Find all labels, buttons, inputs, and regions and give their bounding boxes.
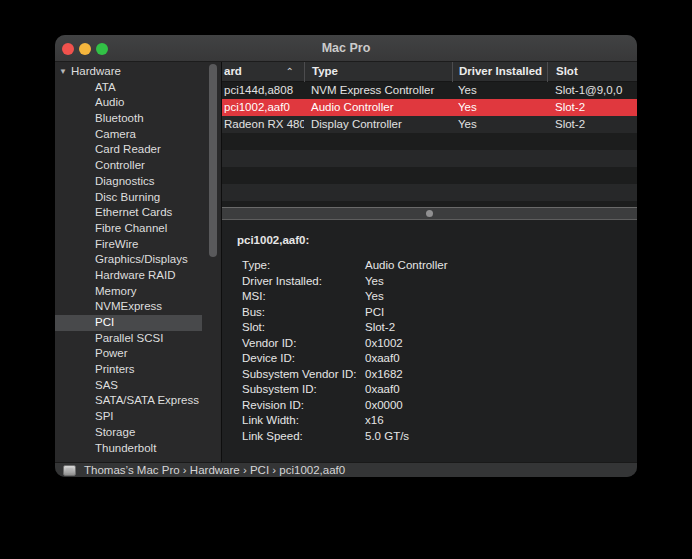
property-value: 0x1002 <box>365 336 629 352</box>
table-row[interactable]: Radeon RX 480 Display Controller Yes Slo… <box>222 116 637 133</box>
property-value: Audio Controller <box>365 258 629 274</box>
sidebar-item-parallel-scsi[interactable]: Parallel SCSI <box>55 331 221 347</box>
sidebar-item-diagnostics[interactable]: Diagnostics <box>55 174 221 190</box>
desktop-background: Mac Pro ▼ Hardware ATA Audio Bluetooth C… <box>0 0 692 559</box>
cell-card: pci144d,a808 <box>222 82 304 99</box>
detail-property-row: MSI: Yes <box>242 289 629 305</box>
sidebar-item-pci[interactable]: PCI <box>55 315 202 331</box>
title-bar[interactable]: Mac Pro <box>55 35 637 62</box>
cell-type: Display Controller <box>304 116 452 133</box>
property-label: Type: <box>242 258 365 274</box>
window-title: Mac Pro <box>55 35 637 62</box>
detail-property-row: Device ID: 0xaaf0 <box>242 351 629 367</box>
sidebar-item-sas[interactable]: SAS <box>55 378 221 394</box>
detail-properties: Type: Audio Controller Driver Installed:… <box>242 258 629 444</box>
column-header-slot[interactable]: Slot <box>547 62 637 82</box>
system-information-window: Mac Pro ▼ Hardware ATA Audio Bluetooth C… <box>55 35 637 477</box>
property-value: Slot-2 <box>365 320 629 336</box>
sidebar-item-bluetooth[interactable]: Bluetooth <box>55 111 221 127</box>
property-label: Link Speed: <box>242 429 365 445</box>
property-label: Vendor ID: <box>242 336 365 352</box>
cell-driver-installed: Yes <box>452 99 547 116</box>
column-header-driver-installed[interactable]: Driver Installed <box>452 62 547 82</box>
property-label: Device ID: <box>242 351 365 367</box>
detail-property-row: Bus: PCI <box>242 305 629 321</box>
property-value: 0x1682 <box>365 367 629 383</box>
column-header-card-label: ard <box>224 65 242 77</box>
mac-pro-icon <box>63 465 76 476</box>
sidebar-item-memory[interactable]: Memory <box>55 284 221 300</box>
sidebar-item-ethernet-cards[interactable]: Ethernet Cards <box>55 205 221 221</box>
detail-property-row: Slot: Slot-2 <box>242 320 629 336</box>
sidebar-item-graphics-displays[interactable]: Graphics/Displays <box>55 252 221 268</box>
detail-title: pci1002,aaf0: <box>237 234 309 246</box>
cell-card: pci1002,aaf0 <box>222 99 304 116</box>
detail-property-row: Subsystem Vendor ID: 0x1682 <box>242 367 629 383</box>
detail-property-row: Subsystem ID: 0xaaf0 <box>242 382 629 398</box>
property-label: Revision ID: <box>242 398 365 414</box>
cell-driver-installed: Yes <box>452 82 547 99</box>
sidebar-item-storage[interactable]: Storage <box>55 425 221 441</box>
property-label: Driver Installed: <box>242 274 365 290</box>
sidebar-item-audio[interactable]: Audio <box>55 95 221 111</box>
property-value: x16 <box>365 413 629 429</box>
sidebar-item-camera[interactable]: Camera <box>55 127 221 143</box>
cell-driver-installed: Yes <box>452 116 547 133</box>
sidebar-item-fibre-channel[interactable]: Fibre Channel <box>55 221 221 237</box>
sidebar-tree: ▼ Hardware ATA Audio Bluetooth Camera Ca… <box>55 64 221 456</box>
device-detail-pane: pci1002,aaf0: Type: Audio Controller Dri… <box>222 220 637 462</box>
table-header: ard ⌃ Type Driver Installed Slot <box>222 62 637 82</box>
breadcrumb: Thomas’s Mac Pro › Hardware › PCI › pci1… <box>84 463 345 477</box>
detail-property-row: Revision ID: 0x0000 <box>242 398 629 414</box>
sidebar-item-ata[interactable]: ATA <box>55 80 221 96</box>
detail-property-row: Vendor ID: 0x1002 <box>242 336 629 352</box>
detail-property-row: Link Speed: 5.0 GT/s <box>242 429 629 445</box>
column-header-card[interactable]: ard ⌃ <box>222 62 304 82</box>
sidebar-item-power[interactable]: Power <box>55 346 221 362</box>
splitter-handle-icon <box>426 210 433 217</box>
cell-slot: Slot-1@9,0,0 <box>547 82 637 99</box>
property-value: Yes <box>365 289 629 305</box>
property-value: Yes <box>365 274 629 290</box>
property-label: Slot: <box>242 320 365 336</box>
sidebar-item-nvmexpress[interactable]: NVMExpress <box>55 299 221 315</box>
property-label: Subsystem Vendor ID: <box>242 367 365 383</box>
sidebar-item-controller[interactable]: Controller <box>55 158 221 174</box>
sidebar-item-card-reader[interactable]: Card Reader <box>55 142 221 158</box>
pci-device-table: ard ⌃ Type Driver Installed Slot pci144d… <box>222 62 637 210</box>
property-label: Bus: <box>242 305 365 321</box>
property-label: Subsystem ID: <box>242 382 365 398</box>
cell-slot: Slot-2 <box>547 99 637 116</box>
cell-type: NVM Express Controller <box>304 82 452 99</box>
sidebar-item-sata-express[interactable]: SATA/SATA Express <box>55 393 221 409</box>
sidebar: ▼ Hardware ATA Audio Bluetooth Camera Ca… <box>55 62 221 462</box>
sidebar-item-hardware[interactable]: ▼ Hardware <box>55 64 221 80</box>
table-row-selected[interactable]: pci1002,aaf0 Audio Controller Yes Slot-2 <box>222 99 637 116</box>
sidebar-scrollbar-thumb[interactable] <box>209 64 217 257</box>
disclosure-triangle-icon[interactable]: ▼ <box>59 64 67 80</box>
pane-splitter[interactable] <box>222 207 637 220</box>
sidebar-item-disc-burning[interactable]: Disc Burning <box>55 190 221 206</box>
table-row[interactable]: pci144d,a808 NVM Express Controller Yes … <box>222 82 637 99</box>
property-value: PCI <box>365 305 629 321</box>
cell-type: Audio Controller <box>304 99 452 116</box>
sidebar-item-thunderbolt[interactable]: Thunderbolt <box>55 441 221 457</box>
sidebar-item-printers[interactable]: Printers <box>55 362 221 378</box>
cell-card: Radeon RX 480 <box>222 116 304 133</box>
sort-ascending-icon: ⌃ <box>286 62 294 81</box>
sidebar-item-hardware-raid[interactable]: Hardware RAID <box>55 268 221 284</box>
property-value: 0xaaf0 <box>365 351 629 367</box>
property-label: Link Width: <box>242 413 365 429</box>
property-value: 0x0000 <box>365 398 629 414</box>
detail-property-row: Driver Installed: Yes <box>242 274 629 290</box>
property-value: 0xaaf0 <box>365 382 629 398</box>
detail-property-row: Type: Audio Controller <box>242 258 629 274</box>
sidebar-item-spi[interactable]: SPI <box>55 409 221 425</box>
empty-table-stripes <box>222 133 637 210</box>
sidebar-item-firewire[interactable]: FireWire <box>55 237 221 253</box>
property-value: 5.0 GT/s <box>365 429 629 445</box>
sidebar-root-label: Hardware <box>71 65 121 77</box>
detail-property-row: Link Width: x16 <box>242 413 629 429</box>
column-header-type[interactable]: Type <box>304 62 452 82</box>
status-bar: Thomas’s Mac Pro › Hardware › PCI › pci1… <box>55 462 637 477</box>
